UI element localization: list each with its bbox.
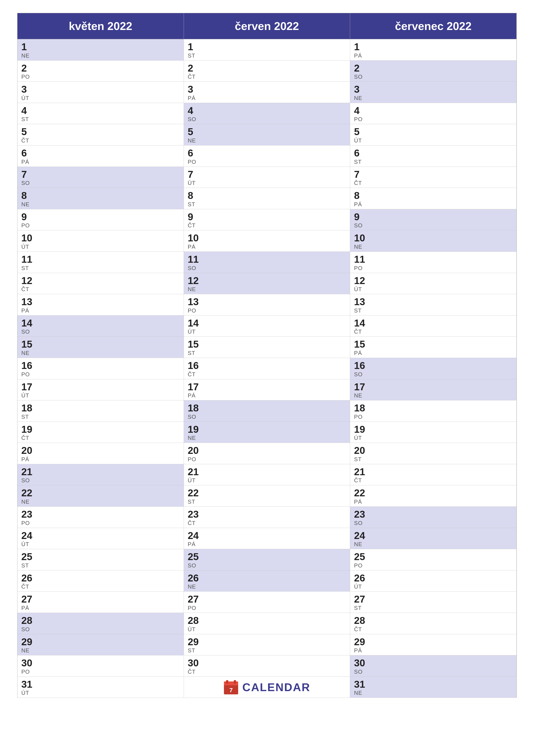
day-cell-0-14: 15NE — [17, 337, 184, 358]
day-cell-2-21: 22PÁ — [350, 485, 517, 507]
day-name: ST — [21, 265, 180, 272]
day-name: ST — [188, 52, 346, 59]
day-name: PÁ — [21, 307, 180, 314]
day-name: ČT — [21, 583, 180, 590]
day-number: 1 — [354, 41, 513, 52]
day-cell-0-5: 6PÁ — [17, 146, 184, 167]
day-cell-0-30: 31ÚT — [17, 677, 184, 698]
day-cell-0-7: 8NE — [17, 188, 184, 209]
day-cell-1-4: 5NE — [184, 124, 350, 146]
day-cell-0-29: 30PO — [17, 655, 184, 677]
day-number: 15 — [354, 339, 513, 350]
day-name: ČT — [188, 668, 346, 675]
day-cell-1-10: 11SO — [184, 252, 350, 273]
day-cell-2-4: 5ÚT — [350, 124, 517, 146]
day-cell-1-13: 14ÚT — [184, 315, 350, 337]
day-cell-1-8: 9ČT — [184, 209, 350, 230]
day-cell-0-20: 21SO — [17, 464, 184, 486]
day-name: NE — [354, 541, 513, 548]
day-number: 11 — [354, 254, 513, 265]
day-cell-2-11: 12ÚT — [350, 273, 517, 294]
day-name: PO — [188, 307, 346, 314]
day-name: PÁ — [354, 499, 513, 505]
day-number: 13 — [188, 296, 346, 307]
day-number: 8 — [354, 190, 513, 201]
day-name: ÚT — [354, 286, 513, 293]
day-name: PÁ — [188, 392, 346, 399]
day-number: 23 — [354, 509, 513, 520]
day-name: ÚT — [188, 477, 346, 484]
day-number: 27 — [188, 594, 346, 605]
day-cell-2-30: 31NE — [350, 677, 517, 698]
day-cell-0-1: 2PO — [17, 61, 184, 82]
day-cell-2-8: 9SO — [350, 209, 517, 230]
day-cell-2-7: 8PÁ — [350, 188, 517, 209]
day-number: 1 — [188, 41, 346, 52]
day-cell-0-10: 11ST — [17, 252, 184, 273]
day-number: 25 — [21, 551, 180, 562]
day-name: NE — [354, 244, 513, 250]
day-cell-1-14: 15ST — [184, 337, 350, 358]
day-number: 26 — [21, 573, 180, 583]
day-cell-1-26: 27PO — [184, 592, 350, 613]
day-number: 6 — [188, 148, 346, 159]
day-number: 30 — [21, 658, 180, 668]
day-number: 20 — [21, 445, 180, 456]
day-number: 20 — [354, 445, 513, 456]
day-cell-1-17: 18SO — [184, 400, 350, 422]
day-number: 8 — [21, 190, 180, 201]
day-name: ST — [188, 350, 346, 357]
day-name: PO — [21, 668, 180, 675]
day-number: 28 — [354, 615, 513, 626]
day-name: PÁ — [188, 95, 346, 101]
day-number: 11 — [188, 254, 346, 265]
day-cell-2-19: 20ST — [350, 443, 517, 464]
day-cell-1-20: 21ÚT — [184, 464, 350, 486]
day-cell-2-0: 1PÁ — [350, 39, 517, 61]
day-name: SO — [188, 414, 346, 420]
day-number: 19 — [21, 424, 180, 435]
day-cell-1-3: 4SO — [184, 103, 350, 124]
day-name: SO — [21, 477, 180, 484]
day-name: PÁ — [354, 350, 513, 357]
day-name: ČT — [188, 371, 346, 378]
day-name: PO — [21, 371, 180, 378]
day-number: 5 — [354, 126, 513, 137]
day-number: 2 — [21, 63, 180, 74]
day-number: 2 — [188, 63, 346, 74]
day-cell-0-12: 13PÁ — [17, 294, 184, 315]
day-cell-0-4: 5ČT — [17, 124, 184, 146]
day-name: ÚT — [354, 137, 513, 144]
day-number: 21 — [188, 466, 346, 477]
day-cell-1-9: 10PÁ — [184, 230, 350, 252]
day-name: ÚT — [21, 689, 180, 696]
svg-rect-1 — [224, 682, 238, 685]
day-number: 5 — [21, 126, 180, 137]
day-cell-0-19: 20PÁ — [17, 443, 184, 464]
month-header-1: červen 2022 — [184, 13, 350, 39]
day-cell-2-15: 16SO — [350, 358, 517, 379]
day-cell-2-17: 18PO — [350, 400, 517, 422]
day-cell-0-11: 12ČT — [17, 273, 184, 294]
day-number: 4 — [21, 105, 180, 116]
day-number: 18 — [188, 403, 346, 414]
day-name: ČT — [21, 435, 180, 441]
day-name: ÚT — [188, 180, 346, 186]
day-cell-0-21: 22NE — [17, 485, 184, 507]
svg-rect-3 — [234, 680, 236, 684]
day-name: ČT — [354, 477, 513, 484]
day-number: 3 — [21, 84, 180, 95]
day-cell-2-14: 15PÁ — [350, 337, 517, 358]
day-cell-0-16: 17ÚT — [17, 379, 184, 401]
day-name: ČT — [188, 73, 346, 80]
day-name: PO — [354, 265, 513, 272]
day-name: SO — [354, 520, 513, 526]
day-name: ST — [354, 605, 513, 611]
day-number: 12 — [354, 275, 513, 286]
day-number: 27 — [21, 594, 180, 605]
day-name: SO — [21, 180, 180, 186]
day-name: PO — [354, 414, 513, 420]
day-cell-0-24: 25ST — [17, 549, 184, 570]
day-name: ST — [21, 414, 180, 420]
day-number: 28 — [188, 615, 346, 626]
